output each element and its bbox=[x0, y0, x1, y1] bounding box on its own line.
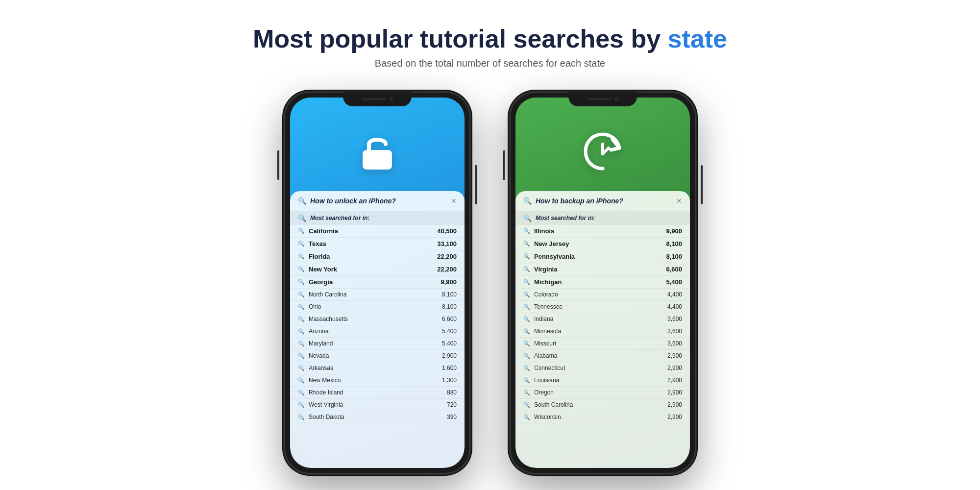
speaker-blue bbox=[362, 98, 386, 100]
list-item: 🔍 Arizona 5,400 bbox=[290, 325, 465, 338]
state-name: Louisiana bbox=[534, 377, 654, 384]
state-name: Indiana bbox=[534, 316, 654, 322]
list-search-icon: 🔍 bbox=[523, 304, 530, 310]
list-item: 🔍 Connecticut 2,900 bbox=[515, 362, 690, 374]
list-item: 🔍 Tennessee 4,400 bbox=[515, 301, 690, 313]
list-search-icon: 🔍 bbox=[523, 390, 530, 396]
blue-icon-area bbox=[290, 98, 465, 196]
list-search-icon: 🔍 bbox=[523, 228, 530, 234]
list-search-icon: 🔍 bbox=[298, 292, 305, 298]
blue-search-bar: 🔍 How to unlock an iPhone? ✕ bbox=[290, 191, 465, 211]
green-most-searched-label: Most searched for in: bbox=[536, 215, 595, 221]
list-search-icon: 🔍 bbox=[298, 341, 305, 347]
list-search-icon: 🔍 bbox=[523, 341, 530, 347]
phone-green-inner: 🔍 How to backup an iPhone? ✕ 🔍 Most sear… bbox=[515, 98, 690, 468]
state-count: 390 bbox=[432, 414, 457, 420]
list-item: 🔍 North Carolina 8,100 bbox=[290, 289, 465, 301]
list-item: 🔍 South Dakota 390 bbox=[290, 411, 465, 423]
list-item: 🔍 Ohio 8,100 bbox=[290, 301, 465, 313]
blue-search-icon: 🔍 bbox=[298, 197, 306, 205]
blue-search-query: How to unlock an iPhone? bbox=[310, 197, 447, 205]
list-search-icon: 🔍 bbox=[523, 328, 530, 335]
state-name: Oregon bbox=[534, 389, 654, 396]
state-name: Maryland bbox=[309, 340, 428, 347]
blue-most-searched-label: Most searched for in: bbox=[310, 215, 369, 221]
green-regular-list: 🔍 Colorado 4,400 🔍 Tennessee 4,400 🔍 Ind… bbox=[515, 289, 690, 423]
phone-blue: 🔍 How to unlock an iPhone? ✕ 🔍 Most sear… bbox=[284, 92, 470, 474]
state-name: Georgia bbox=[309, 278, 428, 286]
state-count: 8,100 bbox=[432, 303, 457, 310]
list-item: 🔍 Texas 33,100 bbox=[290, 238, 465, 250]
list-search-icon: 🔍 bbox=[523, 266, 530, 272]
state-count: 4,400 bbox=[658, 291, 682, 298]
state-count: 22,200 bbox=[432, 253, 457, 260]
list-item: 🔍 Louisiana 2,900 bbox=[515, 374, 690, 387]
state-count: 880 bbox=[432, 389, 457, 396]
blue-close-icon: ✕ bbox=[451, 197, 457, 205]
blue-search-card: 🔍 How to unlock an iPhone? ✕ 🔍 Most sear… bbox=[290, 191, 465, 468]
state-name: Illinois bbox=[534, 227, 654, 235]
state-name: West Virginia bbox=[309, 401, 428, 408]
list-search-icon: 🔍 bbox=[298, 414, 305, 420]
list-search-icon: 🔍 bbox=[298, 266, 305, 272]
list-item: 🔍 Massachusetts 6,600 bbox=[290, 313, 465, 325]
state-count: 9,900 bbox=[432, 278, 457, 286]
list-search-icon: 🔍 bbox=[523, 402, 530, 408]
state-name: Alabama bbox=[534, 352, 654, 359]
list-item: 🔍 Alabama 2,900 bbox=[515, 350, 690, 362]
list-search-icon: 🔍 bbox=[298, 253, 305, 260]
title-highlight: state bbox=[668, 24, 727, 53]
list-item: 🔍 Virginia 6,600 bbox=[515, 263, 690, 276]
list-item: 🔍 Minnesota 3,600 bbox=[515, 325, 690, 338]
phone-blue-inner: 🔍 How to unlock an iPhone? ✕ 🔍 Most sear… bbox=[290, 98, 465, 468]
list-item: 🔍 New York 22,200 bbox=[290, 263, 465, 276]
state-count: 2,900 bbox=[658, 377, 682, 384]
list-item: 🔍 Oregon 2,900 bbox=[515, 387, 690, 399]
state-count: 8,100 bbox=[658, 240, 682, 247]
list-item: 🔍 Michigan 5,400 bbox=[515, 276, 690, 289]
state-count: 5,400 bbox=[432, 340, 457, 347]
list-item: 🔍 Nevada 2,900 bbox=[290, 350, 465, 362]
green-bold-list: 🔍 Illinois 9,900 🔍 New Jersey 8,100 🔍 Pe… bbox=[515, 225, 690, 289]
state-name: Michigan bbox=[534, 278, 654, 286]
state-count: 2,900 bbox=[658, 401, 682, 408]
state-name: Pennsylvania bbox=[534, 253, 654, 260]
green-search-card: 🔍 How to backup an iPhone? ✕ 🔍 Most sear… bbox=[515, 191, 690, 468]
state-name: Arizona bbox=[309, 328, 428, 335]
state-name: Minnesota bbox=[534, 328, 654, 335]
title-plain: Most popular tutorial searches by bbox=[253, 24, 668, 53]
list-search-icon: 🔍 bbox=[298, 228, 305, 234]
svg-rect-0 bbox=[363, 150, 392, 170]
state-count: 720 bbox=[432, 401, 457, 408]
state-count: 3,600 bbox=[658, 328, 682, 335]
state-count: 5,400 bbox=[658, 278, 682, 286]
state-count: 6,600 bbox=[658, 266, 682, 273]
state-count: 33,100 bbox=[432, 240, 457, 247]
state-name: Missouri bbox=[534, 340, 654, 347]
state-count: 5,400 bbox=[432, 328, 457, 335]
list-item: 🔍 Rhode Island 880 bbox=[290, 387, 465, 399]
state-name: New York bbox=[309, 266, 428, 273]
list-item: 🔍 New Jersey 8,100 bbox=[515, 238, 690, 250]
state-name: Arkansas bbox=[309, 365, 428, 371]
list-item: 🔍 Wisconsin 2,900 bbox=[515, 411, 690, 423]
state-name: New Mexico bbox=[309, 377, 428, 384]
blue-header-search-icon: 🔍 bbox=[298, 214, 306, 222]
state-name: New Jersey bbox=[534, 240, 654, 247]
state-name: California bbox=[309, 227, 428, 235]
list-search-icon: 🔍 bbox=[523, 353, 530, 359]
state-name: Florida bbox=[309, 253, 428, 260]
notch-green bbox=[568, 92, 637, 106]
list-search-icon: 🔍 bbox=[523, 316, 530, 322]
state-name: Colorado bbox=[534, 291, 654, 298]
list-item: 🔍 Missouri 3,600 bbox=[515, 338, 690, 350]
list-search-icon: 🔍 bbox=[523, 279, 530, 285]
list-item: 🔍 Indiana 3,600 bbox=[515, 313, 690, 325]
state-name: Tennessee bbox=[534, 303, 654, 310]
list-item: 🔍 South Carolina 2,900 bbox=[515, 399, 690, 411]
state-count: 22,200 bbox=[432, 266, 457, 273]
list-search-icon: 🔍 bbox=[298, 241, 305, 247]
state-count: 8,100 bbox=[432, 291, 457, 298]
speaker-green bbox=[587, 98, 612, 100]
state-count: 3,600 bbox=[658, 340, 682, 347]
